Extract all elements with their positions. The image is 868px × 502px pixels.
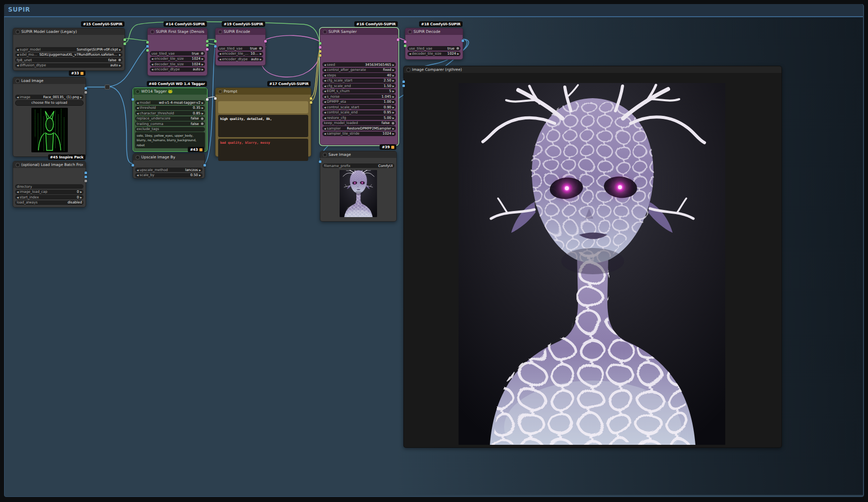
decrement-arrow-icon[interactable]: ◀: [324, 68, 326, 71]
increment-arrow-icon[interactable]: ▶: [392, 68, 394, 71]
decrement-arrow-icon[interactable]: ◀: [17, 48, 19, 51]
node-header[interactable]: SUPIR Encode: [216, 28, 265, 35]
cfg-scale-end-widget[interactable]: ◀cfg_scale_end1.50▶: [322, 83, 396, 88]
s-noise-widget[interactable]: ◀s_noise1.045▶: [322, 94, 396, 99]
node-header[interactable]: Save Image: [320, 151, 396, 158]
use-tiled-vae-toggle[interactable]: use_tiled_vaetrue: [407, 46, 461, 51]
input-slot[interactable]: [404, 40, 406, 43]
output-slot[interactable]: [123, 43, 126, 45]
increment-arrow-icon[interactable]: ▶: [119, 48, 121, 51]
widget-value[interactable]: RestoreDPMPP2MSampler: [347, 127, 391, 131]
collapse-dot-icon[interactable]: [16, 30, 20, 34]
widget-value[interactable]: Face_00135_ (1).png: [43, 95, 79, 99]
collapse-dot-icon[interactable]: [136, 90, 140, 94]
output-slot[interactable]: [397, 38, 399, 41]
encoder-dtype-widget[interactable]: ◀encoder_dtypeauto▶: [150, 67, 205, 72]
decrement-arrow-icon[interactable]: ◀: [17, 190, 19, 193]
edm-s-churn-widget[interactable]: ◀EDM_s_churn5▶: [322, 89, 396, 94]
node-header[interactable]: Load Image: [13, 77, 86, 84]
node-header[interactable]: (optional) Load Image Batch From Dir: [13, 161, 86, 168]
increment-arrow-icon[interactable]: ▶: [201, 68, 203, 71]
decrement-arrow-icon[interactable]: ◀: [137, 112, 139, 115]
node-save-image[interactable]: #39 Save Image filename_prefixComfyUI: [320, 151, 397, 222]
output-slot[interactable]: [206, 48, 209, 51]
encoder-tile-size-widget[interactable]: ◀encoder_tile_size1024▶: [150, 57, 205, 61]
decrement-arrow-icon[interactable]: ◀: [324, 111, 326, 114]
keep-model-loaded-toggle[interactable]: keep_model_loadedfalse: [322, 121, 396, 126]
widget-value[interactable]: disabled: [67, 200, 82, 204]
widget-value[interactable]: 345634565465: [365, 63, 391, 67]
decrement-arrow-icon[interactable]: ◀: [324, 63, 326, 66]
decrement-arrow-icon[interactable]: ◀: [17, 64, 19, 67]
widget-value[interactable]: auto: [193, 67, 200, 71]
node-header[interactable]: Prompt: [216, 88, 311, 95]
output-slot[interactable]: [85, 180, 87, 182]
widget-value[interactable]: ComfyUI: [378, 164, 393, 168]
node-image-comparer[interactable]: Image Comparer (rgthree): [403, 66, 782, 448]
decrement-arrow-icon[interactable]: ◀: [219, 58, 221, 61]
widget-value[interactable]: true: [447, 47, 454, 51]
character-threshold-widget[interactable]: ◀character_threshold0.85▶: [135, 111, 205, 115]
widget-value[interactable]: true: [192, 52, 199, 56]
sampler-tile-stride-widget[interactable]: ◀sampler_tile_stride1024▶: [322, 132, 396, 136]
decrement-arrow-icon[interactable]: ◀: [324, 127, 326, 130]
collapse-dot-icon[interactable]: [323, 153, 327, 157]
node-load-image-batch[interactable]: #45 Inspire Pack (optional) Load Image B…: [13, 161, 86, 207]
widget-value[interactable]: auto: [110, 63, 118, 67]
load-always-field[interactable]: load_alwaysdisabled: [15, 200, 84, 205]
control-scale-end-widget[interactable]: ◀control_scale_end0.95▶: [322, 110, 396, 115]
fp8-unet-toggle[interactable]: fp8_unetfalse: [15, 58, 122, 62]
output-slot[interactable]: [206, 40, 209, 43]
increment-arrow-icon[interactable]: ▶: [392, 85, 394, 88]
widget-value[interactable]: 0.50: [190, 173, 198, 177]
increment-arrow-icon[interactable]: ▶: [392, 95, 394, 98]
toggle-dot-icon[interactable]: [392, 122, 394, 124]
widget-value[interactable]: 1024: [192, 57, 200, 61]
upload-button[interactable]: choose file to upload: [15, 100, 84, 106]
decrement-arrow-icon[interactable]: ◀: [409, 52, 411, 55]
increment-arrow-icon[interactable]: ▶: [392, 90, 394, 93]
node-header[interactable]: SUPIR Decode: [405, 28, 463, 35]
decrement-arrow-icon[interactable]: ◀: [324, 100, 326, 103]
seed-widget[interactable]: ◀seed345634565465▶: [322, 62, 396, 67]
decrement-arrow-icon[interactable]: ◀: [17, 96, 19, 99]
node-supir-sampler[interactable]: #16 ComfyUI-SUPIR SUPIR Sampler ◀seed345…: [320, 28, 398, 145]
widget-value[interactable]: 1.045: [382, 95, 391, 99]
increment-arrow-icon[interactable]: ▶: [119, 53, 121, 56]
node-header[interactable]: WD14 Tagger 🐸: [133, 88, 207, 95]
toggle-dot-icon[interactable]: [457, 47, 459, 50]
widget-value[interactable]: lanczos: [185, 168, 198, 172]
node-supir-model-loader[interactable]: #15 ComfyUI-SUPIR SUPIR Model Loader (Le…: [13, 28, 125, 71]
widget-value[interactable]: Sonstige\SUPIR-v0F.ckpt: [76, 48, 118, 52]
input-slot[interactable]: [319, 50, 321, 53]
input-slot[interactable]: [146, 45, 149, 48]
collapse-dot-icon[interactable]: [136, 155, 140, 159]
increment-arrow-icon[interactable]: ▶: [392, 106, 394, 109]
widget-value[interactable]: 1024: [192, 62, 200, 66]
widget-value[interactable]: 40: [387, 73, 391, 77]
collapse-dot-icon[interactable]: [150, 30, 154, 34]
increment-arrow-icon[interactable]: ▶: [80, 190, 82, 193]
decrement-arrow-icon[interactable]: ◀: [324, 106, 326, 109]
widget-value[interactable]: 1.00: [384, 100, 391, 104]
increment-arrow-icon[interactable]: ▶: [392, 116, 394, 119]
collapse-dot-icon[interactable]: [218, 30, 222, 34]
output-slot[interactable]: [123, 38, 126, 41]
toggle-dot-icon[interactable]: [201, 117, 203, 120]
input-slot[interactable]: [132, 164, 134, 166]
increment-arrow-icon[interactable]: ▶: [199, 169, 201, 172]
start-index-widget[interactable]: ◀start_index0▶: [15, 195, 84, 199]
output-slot[interactable]: [310, 97, 312, 100]
increment-arrow-icon[interactable]: ▶: [392, 100, 394, 103]
input-slot[interactable]: [402, 80, 405, 83]
collapse-dot-icon[interactable]: [408, 30, 412, 34]
increment-arrow-icon[interactable]: ▶: [392, 111, 394, 114]
decrement-arrow-icon[interactable]: ◀: [137, 101, 139, 104]
node-header[interactable]: SUPIR Sampler: [320, 28, 398, 35]
collapse-dot-icon[interactable]: [406, 68, 410, 72]
input-slot[interactable]: [319, 42, 321, 45]
steps-widget[interactable]: ◀steps40▶: [322, 73, 396, 77]
node-supir-encode[interactable]: #19 ComfyUI-SUPIR SUPIR Encode use_tiled…: [215, 28, 266, 66]
prompt-extra-textarea[interactable]: [218, 101, 308, 113]
increment-arrow-icon[interactable]: ▶: [392, 79, 394, 82]
